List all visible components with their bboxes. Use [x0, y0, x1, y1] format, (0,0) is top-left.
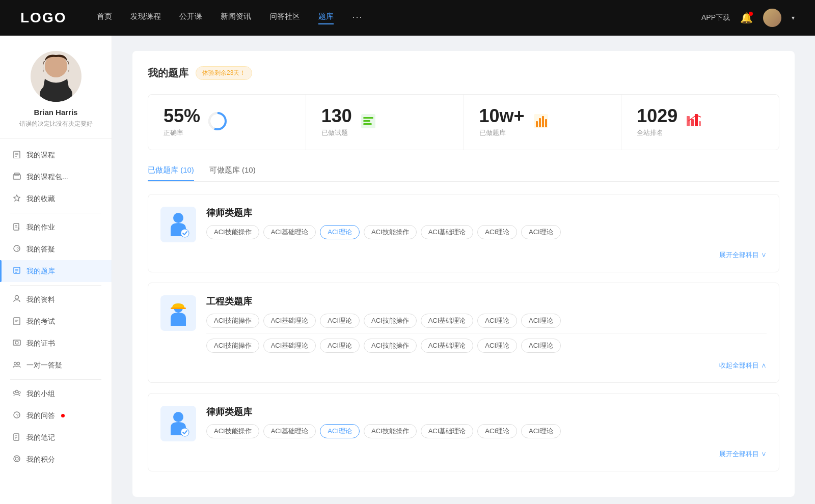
qbank-icon-lawyer-1 [160, 207, 196, 242]
app-download-button[interactable]: APP下载 [701, 13, 730, 22]
qbank-tag[interactable]: ACI理论 [320, 339, 360, 353]
qbank-tag[interactable]: ACI技能操作 [364, 424, 417, 438]
group-icon [12, 389, 21, 399]
tab-available-banks[interactable]: 可做题库 (10) [209, 165, 256, 181]
svg-point-58 [173, 412, 183, 422]
page-header: 我的题库 体验剩余23天！ [148, 66, 779, 80]
done-questions-value: 130 [321, 107, 352, 125]
qbank-tag[interactable]: ACI基础理论 [421, 314, 474, 328]
course-package-icon [12, 172, 21, 182]
qbank-tag[interactable]: ACI技能操作 [364, 314, 417, 328]
menu-item-exam[interactable]: 我的考试 [0, 311, 112, 332]
menu-item-favorites[interactable]: 我的收藏 [0, 188, 112, 210]
qbank-tag[interactable]: ACI基础理论 [421, 339, 474, 353]
user-dropdown-icon[interactable]: ▾ [792, 14, 795, 21]
nav-more[interactable]: ··· [352, 12, 363, 24]
qbank-icon [12, 266, 21, 276]
questions-icon: ? [12, 411, 21, 421]
profile-icon [12, 295, 21, 304]
avatar-image [763, 9, 781, 27]
menu-item-certificate[interactable]: 我的证书 [0, 332, 112, 354]
menu-label-profile: 我的资料 [26, 295, 55, 304]
menu-label-questions: 我的问答 [26, 411, 55, 421]
profile-name: Brian Harris [34, 108, 78, 117]
tab-done-banks[interactable]: 已做题库 (10) [148, 165, 194, 181]
menu-item-course-package[interactable]: 我的课程包... [0, 166, 112, 188]
menu-label-course-package: 我的课程包... [26, 173, 68, 182]
notification-bell[interactable]: 🔔 [740, 12, 753, 24]
qbank-tag[interactable]: ACI理论 [521, 339, 561, 353]
svg-marker-9 [14, 195, 20, 201]
menu-label-favorites: 我的收藏 [26, 194, 55, 204]
qbank-tag[interactable]: ACI技能操作 [206, 314, 259, 328]
menu-item-questions[interactable]: ? 我的问答 [0, 405, 112, 427]
menu-item-qa-answer[interactable]: ? 我的答疑 [0, 238, 112, 260]
svg-rect-42 [363, 117, 373, 119]
main-content: 我的题库 体验剩余23天！ 55% 正确率 [112, 36, 815, 504]
qbank-tag-selected[interactable]: ACI理论 [320, 225, 360, 239]
nav-qbank[interactable]: 题库 [318, 12, 334, 24]
ranking-label: 全站排名 [637, 128, 677, 137]
svg-point-29 [18, 391, 20, 394]
sidebar-menu: 我的课程 我的课程包... 我的收藏 我的作业 [0, 139, 112, 475]
avatar-svg [31, 51, 82, 102]
qbank-tag[interactable]: ACI基础理论 [263, 314, 316, 328]
menu-item-one-on-one[interactable]: 一对一答疑 [0, 354, 112, 376]
qbank-tag[interactable]: ACI理论 [477, 424, 517, 438]
menu-item-course[interactable]: 我的课程 [0, 144, 112, 166]
done-banks-value: 10w+ [479, 107, 525, 125]
nav-home[interactable]: 首页 [97, 12, 112, 24]
qbank-tag[interactable]: ACI技能操作 [364, 339, 417, 353]
menu-item-profile[interactable]: 我的资料 [0, 289, 112, 311]
qbank-tag[interactable]: ACI基础理论 [263, 225, 316, 239]
qbank-tag[interactable]: ACI技能操作 [206, 339, 259, 353]
tabs: 已做题库 (10) 可做题库 (10) [148, 165, 779, 182]
qbank-tags-lawyer-2: ACI技能操作 ACI基础理论 ACI理论 ACI技能操作 ACI基础理论 AC… [206, 424, 767, 438]
qbank-tag[interactable]: ACI理论 [521, 424, 561, 438]
qbank-icon-engineer [160, 295, 196, 331]
qbank-tag[interactable]: ACI技能操作 [206, 424, 259, 438]
qbank-tag[interactable]: ACI理论 [477, 339, 517, 353]
certificate-icon [12, 339, 21, 348]
qbank-tag[interactable]: ACI理论 [521, 314, 561, 328]
qbank-tag[interactable]: ACI基础理论 [263, 424, 316, 438]
stat-ranking: 1029 全站排名 [621, 95, 779, 150]
expand-button-engineer[interactable]: 收起全部科目 ∧ [160, 361, 767, 370]
qbank-tag[interactable]: ACI技能操作 [206, 225, 259, 239]
main-layout: Brian Harris 错误的决定比没有决定要好 我的课程 我的课程包... [0, 36, 815, 504]
menu-item-homework[interactable]: 我的作业 [0, 216, 112, 238]
stat-accuracy: 55% 正确率 [148, 95, 306, 150]
qbank-tag[interactable]: ACI理论 [477, 314, 517, 328]
menu-divider-1 [10, 213, 101, 213]
page-title: 我的题库 [148, 66, 188, 80]
ranking-icon [685, 112, 703, 132]
expand-button-lawyer-1[interactable]: 展开全部科目 ∨ [160, 250, 767, 260]
nav-open-course[interactable]: 公开课 [179, 12, 202, 24]
qbank-tag[interactable]: ACI基础理论 [421, 225, 474, 239]
sidebar-profile: Brian Harris 错误的决定比没有决定要好 [0, 36, 112, 139]
menu-item-notes[interactable]: 我的笔记 [0, 427, 112, 449]
nav-discover[interactable]: 发现课程 [130, 12, 161, 24]
qbank-tag[interactable]: ACI理论 [477, 225, 517, 239]
svg-rect-47 [539, 118, 541, 127]
accuracy-label: 正确率 [164, 128, 200, 137]
menu-item-qbank[interactable]: 我的题库 [0, 260, 112, 282]
menu-label-certificate: 我的证书 [26, 339, 55, 348]
qbank-tags-engineer-row2: ACI技能操作 ACI基础理论 ACI理论 ACI技能操作 ACI基础理论 AC… [206, 333, 767, 353]
nav-qa[interactable]: 问答社区 [269, 12, 300, 24]
menu-item-points[interactable]: 我的积分 [0, 449, 112, 470]
qbank-tag[interactable]: ACI技能操作 [364, 225, 417, 239]
nav-news[interactable]: 新闻资讯 [221, 12, 251, 24]
svg-point-55 [181, 229, 189, 237]
svg-point-19 [15, 296, 19, 299]
menu-label-qa-answer: 我的答疑 [26, 245, 55, 254]
qbank-tag[interactable]: ACI理论 [521, 225, 561, 239]
menu-item-group[interactable]: 我的小组 [0, 383, 112, 405]
user-avatar[interactable] [763, 9, 781, 27]
qbank-tag[interactable]: ACI基础理论 [263, 339, 316, 353]
qbank-tag[interactable]: ACI理论 [320, 314, 360, 328]
qbank-tag-selected[interactable]: ACI理论 [320, 424, 360, 438]
expand-button-lawyer-2[interactable]: 展开全部科目 ∨ [160, 450, 767, 459]
done-banks-icon [532, 112, 550, 132]
qbank-tag[interactable]: ACI基础理论 [421, 424, 474, 438]
